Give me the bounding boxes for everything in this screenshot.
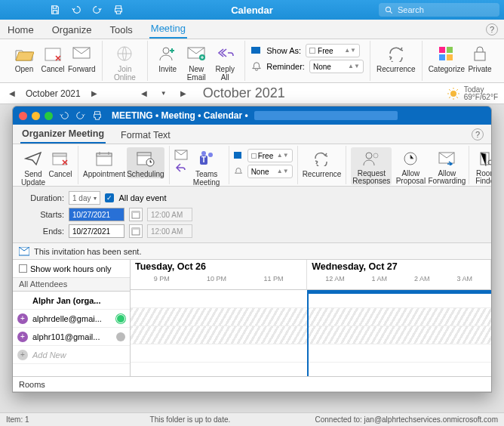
print-icon[interactable] — [113, 5, 124, 15]
rooms-header[interactable]: Rooms — [13, 376, 491, 391]
ends-date-input[interactable]: 10/27/2021 — [69, 224, 124, 238]
svg-point-14 — [450, 91, 456, 97]
bell-icon — [234, 167, 243, 176]
tab-tools[interactable]: Tools — [108, 21, 134, 39]
teams-meeting-button[interactable]: TTeams Meeting — [189, 147, 224, 187]
svg-rect-8 — [251, 47, 260, 54]
attendee-row[interactable]: +alphr101@gmail... — [13, 328, 130, 346]
new-email-button[interactable]: New Email — [183, 42, 210, 82]
add-icon[interactable]: + — [17, 313, 28, 324]
invite-button[interactable]: Invite — [154, 42, 181, 73]
svg-rect-30 — [137, 153, 151, 156]
app-title: Calendar — [231, 5, 273, 16]
svg-rect-13 — [475, 52, 485, 60]
search-input[interactable]: Search — [379, 3, 499, 17]
main-ribbon: Open Cancel Forward Join Online Invite N… — [0, 39, 504, 83]
child-titlebar[interactable]: MEETING • Meeting • Calendar • — [13, 106, 491, 125]
private-button[interactable]: Private — [466, 42, 493, 73]
child-window-title: MEETING • Meeting • Calendar • — [112, 110, 248, 121]
tab-home[interactable]: Home — [6, 21, 35, 39]
show-work-hours-checkbox[interactable]: Show work hours only — [13, 260, 130, 278]
appointment-button[interactable]: Appointment — [83, 147, 125, 178]
folder-status: This folder is up to date. — [150, 415, 231, 424]
minimize-icon[interactable] — [32, 112, 40, 120]
redo-icon[interactable] — [92, 5, 103, 15]
svg-rect-46 — [132, 211, 140, 213]
add-attendee-button[interactable]: +Add New — [13, 346, 130, 364]
tab-organizer-meeting[interactable]: Organizer Meeting — [20, 125, 106, 144]
allow-forwarding-button[interactable]: Allow Forwarding — [429, 147, 464, 185]
reply-icon[interactable] — [174, 162, 188, 173]
window-controls[interactable] — [19, 112, 53, 120]
prev-month-button[interactable]: ◀ — [138, 88, 150, 100]
categorize-button[interactable]: Categorize — [429, 42, 465, 73]
attendee-row[interactable]: +alphrdelle@gmai... — [13, 310, 130, 328]
allday-checkbox[interactable]: ✓ — [105, 193, 114, 202]
redo-icon[interactable] — [75, 110, 86, 121]
svg-point-38 — [366, 153, 372, 159]
child-ribbon: Send Update Cancel Appointment Schedulin… — [13, 144, 491, 187]
room-finder-button[interactable]: Room Finder — [474, 147, 492, 185]
prev-period-button[interactable]: ◀ — [6, 88, 18, 100]
add-icon[interactable]: + — [17, 332, 28, 342]
time-grid[interactable]: Tuesday, Oct 26 9 PM10 PM11 PM Wednesday… — [131, 260, 491, 376]
scheduling-button[interactable]: Scheduling — [127, 147, 164, 178]
attendee-organizer[interactable]: Alphr Jan (orga... — [13, 292, 130, 310]
mail-icon[interactable] — [174, 150, 188, 160]
forward-button[interactable]: Forward — [68, 42, 96, 73]
allow-proposal-button[interactable]: Allow Proposal — [393, 147, 428, 185]
svg-line-21 — [456, 89, 458, 91]
show-as-icon — [234, 152, 243, 159]
redacted-subject — [254, 111, 398, 120]
svg-rect-26 — [97, 153, 112, 156]
attendee-column: Show work hours only All Attendees Alphr… — [13, 260, 131, 376]
send-update-button[interactable]: Send Update — [20, 147, 46, 187]
recurrence-button[interactable]: Recurrence — [376, 42, 416, 73]
recurrence-button-2[interactable]: Recurrence — [303, 147, 342, 178]
cancel-meeting-button[interactable]: Cancel — [48, 147, 73, 178]
reply-all-button[interactable]: Reply All — [211, 42, 238, 82]
join-online-button[interactable]: Join Online — [109, 42, 142, 82]
help-icon[interactable]: ? — [486, 23, 498, 36]
undo-icon[interactable] — [71, 5, 81, 15]
meeting-bar[interactable] — [307, 290, 491, 294]
starts-time-input: 12:00 AM — [147, 208, 192, 221]
tab-meeting[interactable]: Meeting — [149, 20, 187, 39]
scheduling-grid: Show work hours only All Attendees Alphr… — [13, 260, 491, 376]
app-titlebar: Calendar Search — [0, 0, 504, 20]
svg-rect-11 — [439, 54, 445, 60]
request-responses-button[interactable]: Request Responses — [351, 147, 392, 185]
reminder-none[interactable]: None▲▼ — [234, 165, 293, 178]
maximize-icon[interactable] — [45, 112, 53, 120]
close-icon[interactable] — [19, 112, 27, 120]
search-placeholder: Search — [398, 5, 424, 14]
reminder-row[interactable]: Reminder: None▲▼ — [251, 60, 364, 73]
show-as-free[interactable]: Free▲▼ — [234, 149, 293, 162]
ends-time-input: 12:00 AM — [147, 224, 192, 238]
current-period-label[interactable]: October 2021 — [26, 88, 81, 99]
allday-label: All day event — [118, 193, 166, 202]
meeting-fields: Duration: 1 day▾ ✓ All day event Starts:… — [13, 187, 491, 243]
dropdown-icon[interactable]: ▼ — [158, 88, 170, 100]
calendar-icon[interactable] — [129, 208, 143, 221]
tab-format-text[interactable]: Format Text — [119, 127, 172, 144]
plus-icon: + — [17, 350, 28, 360]
duration-select[interactable]: 1 day▾ — [69, 191, 100, 205]
undo-icon[interactable] — [59, 110, 69, 121]
next-period-button[interactable]: ▶ — [88, 88, 100, 100]
next-month-button[interactable]: ▶ — [177, 88, 189, 100]
svg-point-0 — [386, 7, 390, 11]
connection-status: Connected to: jan@alphrtechservices.onmi… — [315, 415, 499, 424]
svg-point-5 — [163, 48, 169, 54]
open-button[interactable]: Open — [11, 42, 38, 73]
starts-date-input[interactable]: 10/27/2021 — [69, 208, 124, 221]
meeting-start-line[interactable] — [307, 290, 309, 376]
calendar-icon[interactable] — [129, 224, 143, 238]
tab-organize[interactable]: Organize — [51, 21, 94, 39]
weather-widget[interactable]: Today69°F/62°F — [447, 86, 498, 101]
help-icon[interactable]: ? — [472, 128, 484, 140]
show-as-row[interactable]: Show As: Free▲▼ — [251, 44, 364, 57]
print-icon[interactable] — [92, 110, 103, 121]
save-icon[interactable] — [50, 5, 60, 15]
cancel-button[interactable]: Cancel — [39, 42, 66, 73]
